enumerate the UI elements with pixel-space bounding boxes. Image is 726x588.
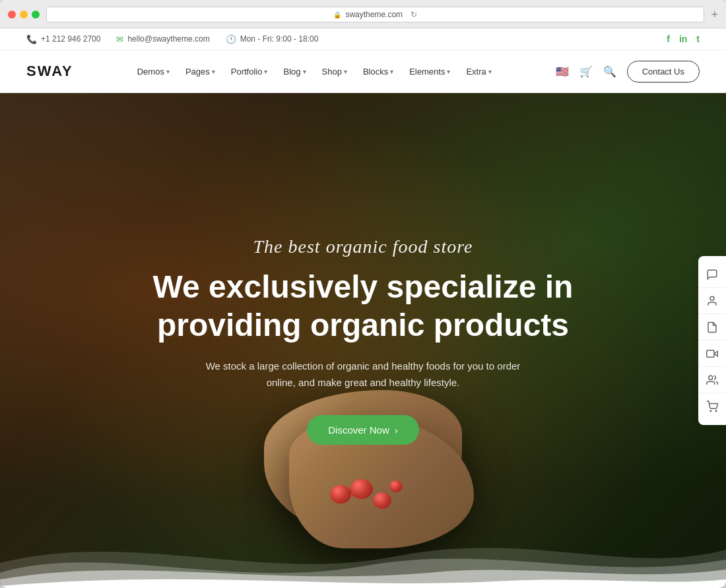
browser-window: 🔒 swaytheme.com ↻ + 📞 +1 212 946 2700 ✉ … bbox=[0, 0, 726, 588]
nav-item-elements[interactable]: Elements ▾ bbox=[409, 67, 450, 77]
search-icon[interactable]: 🔍 bbox=[603, 65, 616, 78]
nav-shop-label: Shop bbox=[322, 67, 342, 77]
video-side-icon[interactable] bbox=[698, 341, 726, 367]
chevron-down-icon: ▾ bbox=[344, 68, 347, 75]
side-icons-panel bbox=[698, 256, 726, 425]
cta-arrow: › bbox=[395, 424, 398, 436]
email-text: hello@swaytheme.com bbox=[127, 34, 209, 44]
hero-content: The best organic food store We exclusive… bbox=[132, 223, 594, 457]
chevron-down-icon: ▾ bbox=[303, 68, 306, 75]
nav-bar: SWAY Demos ▾ Pages ▾ Portfolio ▾ Blog ▾ bbox=[0, 50, 726, 93]
nav-pages-label: Pages bbox=[185, 67, 210, 77]
cta-label: Discover Now bbox=[328, 424, 389, 436]
chevron-down-icon: ▾ bbox=[390, 68, 393, 75]
phone-item: 📞 +1 212 946 2700 bbox=[26, 34, 100, 44]
people-side-icon[interactable] bbox=[698, 367, 726, 393]
discover-now-button[interactable]: Discover Now › bbox=[307, 415, 419, 445]
minimize-dot[interactable] bbox=[20, 11, 28, 18]
svg-point-5 bbox=[715, 410, 717, 412]
tomato-4 bbox=[389, 480, 403, 492]
site-content: 📞 +1 212 946 2700 ✉ hello@swaytheme.com … bbox=[0, 28, 726, 588]
top-bar: 📞 +1 212 946 2700 ✉ hello@swaytheme.com … bbox=[0, 28, 726, 50]
hours-text: Mon - Fri: 9:00 - 18:00 bbox=[240, 34, 319, 44]
hero-section: The best organic food store We exclusive… bbox=[0, 93, 726, 588]
phone-icon: 📞 bbox=[26, 34, 37, 44]
chevron-down-icon: ▾ bbox=[212, 68, 215, 75]
tomato-2 bbox=[373, 492, 391, 509]
cart-icon[interactable]: 🛒 bbox=[579, 65, 593, 78]
nav-right: 🇺🇸 🛒 🔍 Contact Us bbox=[556, 61, 700, 82]
top-bar-right: f in t bbox=[667, 34, 700, 44]
clock-icon: 🕐 bbox=[226, 34, 236, 44]
nav-blog-label: Blog bbox=[283, 67, 300, 77]
nav-blocks-label: Blocks bbox=[363, 67, 388, 77]
hero-description: We stock a large collection of organic a… bbox=[205, 358, 521, 391]
comment-side-icon[interactable] bbox=[698, 261, 726, 288]
tomato-3 bbox=[330, 485, 351, 504]
close-dot[interactable] bbox=[8, 11, 16, 18]
browser-chrome: 🔒 swaytheme.com ↻ + bbox=[0, 0, 726, 28]
nav-item-shop[interactable]: Shop ▾ bbox=[322, 67, 347, 77]
svg-point-3 bbox=[709, 376, 713, 379]
nav-item-portfolio[interactable]: Portfolio ▾ bbox=[231, 67, 268, 77]
flag-icon[interactable]: 🇺🇸 bbox=[556, 65, 569, 78]
chevron-down-icon: ▾ bbox=[447, 68, 450, 75]
url-text: swaytheme.com bbox=[345, 10, 403, 19]
email-item: ✉ hello@swaytheme.com bbox=[116, 34, 209, 44]
hours-item: 🕐 Mon - Fri: 9:00 - 18:00 bbox=[226, 34, 319, 44]
tomato-1 bbox=[350, 479, 373, 499]
facebook-icon[interactable]: f bbox=[667, 34, 670, 44]
nav-links: Demos ▾ Pages ▾ Portfolio ▾ Blog ▾ Shop bbox=[137, 67, 492, 77]
maximize-dot[interactable] bbox=[32, 11, 40, 18]
chevron-down-icon: ▾ bbox=[166, 68, 170, 75]
nav-item-demos[interactable]: Demos ▾ bbox=[137, 67, 170, 77]
nav-portfolio-label: Portfolio bbox=[231, 67, 263, 77]
svg-rect-2 bbox=[707, 350, 714, 357]
nav-item-extra[interactable]: Extra ▾ bbox=[466, 67, 491, 77]
nav-demos-label: Demos bbox=[137, 67, 164, 77]
user-side-icon[interactable] bbox=[698, 288, 726, 314]
browser-dots bbox=[8, 11, 40, 18]
svg-point-4 bbox=[710, 410, 711, 412]
hero-wave bbox=[0, 523, 726, 588]
top-bar-left: 📞 +1 212 946 2700 ✉ hello@swaytheme.com … bbox=[26, 34, 318, 44]
document-side-icon[interactable] bbox=[698, 314, 726, 341]
chevron-down-icon: ▾ bbox=[264, 68, 267, 75]
address-bar[interactable]: 🔒 swaytheme.com ↻ bbox=[46, 7, 704, 22]
phone-text: +1 212 946 2700 bbox=[41, 34, 100, 44]
nav-extra-label: Extra bbox=[466, 67, 486, 77]
twitter-icon[interactable]: t bbox=[696, 34, 700, 44]
new-tab-button[interactable]: + bbox=[711, 9, 718, 20]
linkedin-icon[interactable]: in bbox=[679, 34, 687, 44]
lock-icon: 🔒 bbox=[333, 11, 341, 18]
contact-us-button[interactable]: Contact Us bbox=[627, 61, 700, 82]
nav-item-blog[interactable]: Blog ▾ bbox=[283, 67, 306, 77]
nav-item-blocks[interactable]: Blocks ▾ bbox=[363, 67, 393, 77]
nav-elements-label: Elements bbox=[409, 67, 445, 77]
reload-icon[interactable]: ↻ bbox=[411, 10, 417, 19]
svg-marker-1 bbox=[714, 351, 717, 356]
cart-side-icon[interactable] bbox=[698, 393, 726, 420]
hero-script-title: The best organic food store bbox=[145, 236, 581, 257]
email-icon: ✉ bbox=[116, 34, 123, 44]
chevron-down-icon: ▾ bbox=[488, 68, 492, 75]
nav-item-pages[interactable]: Pages ▾ bbox=[185, 67, 215, 77]
svg-point-0 bbox=[710, 296, 714, 300]
site-logo[interactable]: SWAY bbox=[26, 63, 73, 80]
hero-main-title: We exclusively specialize in providing o… bbox=[145, 268, 581, 344]
